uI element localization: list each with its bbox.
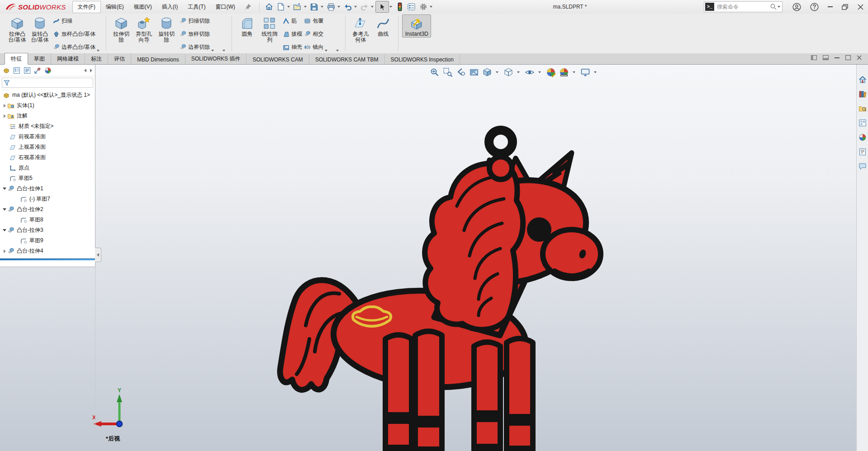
propertymanager-tab-icon[interactable] <box>13 67 20 74</box>
linear-pattern-button[interactable]: 线性阵 列 <box>258 14 281 43</box>
dimxpertmanager-tab-icon[interactable] <box>34 67 41 74</box>
fillet-button[interactable]: 圆角 <box>236 14 258 37</box>
loft-button[interactable]: 放样凸台/基体 <box>53 29 95 39</box>
dropdown-caret-icon[interactable] <box>321 6 323 8</box>
wrap-button[interactable]: 包覆 <box>304 16 323 26</box>
menu-view[interactable]: 视图(V) <box>129 1 157 13</box>
minimize-doc-icon[interactable] <box>835 57 840 58</box>
help-icon[interactable] <box>810 3 819 11</box>
menu-file[interactable]: 文件(F) <box>72 1 101 13</box>
view-settings-icon[interactable] <box>580 67 590 77</box>
tab-mbd-dimensions[interactable]: MBD Dimensions <box>131 55 185 64</box>
view-palette-icon[interactable] <box>859 119 867 127</box>
minimize-icon[interactable] <box>828 6 833 7</box>
dropdown-caret-icon[interactable] <box>496 71 498 73</box>
hole-wizard-button[interactable]: 异型孔 向导 <box>133 14 155 43</box>
extruded-boss-button[interactable]: 拉伸凸 台/基体 <box>6 14 28 43</box>
undo-icon[interactable] <box>342 1 354 12</box>
tree-row-material[interactable]: 材质 <未指定> <box>0 121 95 132</box>
restore-icon[interactable] <box>842 4 849 10</box>
tree-row-boss-extrude3[interactable]: 凸台-拉伸3 <box>0 225 95 235</box>
menu-insert[interactable]: 插入(I) <box>157 1 183 13</box>
tree-row-sketch9[interactable]: 草图9 <box>0 235 95 246</box>
tree-row-boss-extrude1[interactable]: 凸台-拉伸1 <box>0 183 95 194</box>
command-search[interactable]: >_ 搜索命令 <box>704 1 783 12</box>
tab-solidworks-addins[interactable]: SOLIDWORKS 插件 <box>185 53 247 64</box>
expander-collapsed-icon[interactable] <box>2 104 7 108</box>
reference-geometry-button[interactable]: 参考几 何体 <box>349 14 372 43</box>
tab-solidworks-cam-tbm[interactable]: SOLIDWORKS CAM TBM <box>309 55 385 64</box>
open-icon[interactable] <box>292 1 304 12</box>
resources-icon[interactable] <box>859 75 867 84</box>
design-library-icon[interactable] <box>859 90 867 98</box>
tree-row-origin[interactable]: 原点 <box>0 163 95 173</box>
zoom-area-icon[interactable] <box>443 67 453 77</box>
settings-gear-icon[interactable] <box>417 1 429 12</box>
expander-expanded-icon[interactable] <box>2 188 7 190</box>
select-cursor-icon[interactable] <box>375 1 389 13</box>
tab-evaluate[interactable]: 评估 <box>108 53 131 64</box>
tree-row-sketch7[interactable]: (-) 草图7 <box>0 194 95 204</box>
rollback-bar[interactable] <box>0 258 95 260</box>
dropdown-caret-icon[interactable] <box>211 50 214 52</box>
panel-collapse-handle[interactable] <box>95 248 101 262</box>
view-orientation-icon[interactable] <box>482 67 492 77</box>
sweep-button[interactable]: 扫描 <box>53 16 95 26</box>
configurationmanager-tab-icon[interactable] <box>24 67 31 74</box>
file-explorer-icon[interactable] <box>859 104 867 113</box>
extruded-cut-button[interactable]: 拉伸切 除 <box>110 14 133 43</box>
dropdown-caret-icon[interactable] <box>371 6 374 8</box>
pin-menu-icon[interactable] <box>245 4 251 10</box>
dropdown-caret-icon[interactable] <box>389 6 392 8</box>
curves-button[interactable]: 曲线 <box>372 14 394 37</box>
appearances-icon[interactable] <box>859 133 867 141</box>
apply-scene-icon[interactable] <box>559 67 569 77</box>
search-caret-icon[interactable] <box>778 6 780 8</box>
dropdown-caret-icon[interactable] <box>304 6 307 8</box>
instant3d-button[interactable]: Instant3D <box>402 14 431 38</box>
mirror-button[interactable]: 镜向 <box>304 42 323 52</box>
restore-doc-icon[interactable] <box>845 55 851 60</box>
panel-scroll-right-icon[interactable] <box>90 69 92 72</box>
tree-filter-input[interactable] <box>2 78 93 88</box>
pin-pane-icon[interactable] <box>823 55 829 60</box>
red-unicorn-model[interactable] <box>271 123 624 451</box>
tab-markup[interactable]: 标注 <box>85 53 108 64</box>
zoom-fit-icon[interactable] <box>430 67 440 77</box>
close-icon[interactable] <box>858 4 863 10</box>
dropdown-caret-icon[interactable] <box>223 50 225 52</box>
dropdown-caret-icon[interactable] <box>517 71 520 73</box>
options-list-icon[interactable] <box>406 1 417 12</box>
tab-sketch[interactable]: 草图 <box>28 53 51 64</box>
featuremanager-tab-icon[interactable] <box>3 67 10 74</box>
rib-button[interactable]: 筋 <box>283 16 302 26</box>
lofted-cut-button[interactable]: 放样切除 <box>180 29 210 39</box>
dropdown-caret-icon[interactable] <box>97 50 100 52</box>
tree-row-solid-bodies[interactable]: 实体(1) <box>0 100 95 111</box>
tree-row-annotations[interactable]: 注解 <box>0 111 95 121</box>
tree-row-boss-extrude2[interactable]: 凸台-拉伸2 <box>0 204 95 215</box>
dropdown-caret-icon[interactable] <box>594 71 597 73</box>
tree-row-part[interactable]: ma (默认) <<默认>_显示状态 1> <box>0 90 95 100</box>
search-icon[interactable] <box>770 3 777 10</box>
panel-scroll-left-icon[interactable] <box>84 69 86 72</box>
section-view-icon[interactable] <box>469 67 479 77</box>
tab-features[interactable]: 特征 <box>5 53 28 65</box>
close-doc-icon[interactable] <box>857 55 862 60</box>
boundary-cut-button[interactable]: 边界切除 <box>180 42 210 52</box>
menu-window[interactable]: 窗口(W) <box>211 1 240 13</box>
shell-button[interactable]: 抽壳 <box>283 42 302 52</box>
performance-icon[interactable] <box>394 1 406 12</box>
draft-button[interactable]: 拔模 <box>283 29 302 39</box>
display-style-icon[interactable] <box>503 67 513 77</box>
expander-expanded-icon[interactable] <box>2 229 7 231</box>
print-icon[interactable] <box>325 1 337 12</box>
forum-icon[interactable] <box>859 162 867 170</box>
dock-pane-icon[interactable] <box>811 55 817 60</box>
tree-row-top-plane[interactable]: 上视基准面 <box>0 142 95 152</box>
tree-row-right-plane[interactable]: 右视基准面 <box>0 152 95 163</box>
tree-row-sketch5[interactable]: 草图5 <box>0 173 95 183</box>
tab-solidworks-cam[interactable]: SOLIDWORKS CAM <box>247 55 309 64</box>
new-document-icon[interactable] <box>275 1 287 12</box>
tree-row-boss-extrude4[interactable]: 凸台-拉伸4 <box>0 246 95 256</box>
